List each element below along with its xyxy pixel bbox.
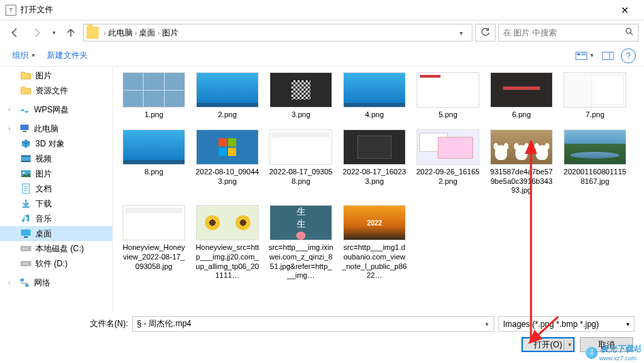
sidebar-item-folder[interactable]: 图片 — [0, 68, 112, 83]
chevron-right-icon: › — [157, 29, 160, 37]
svg-point-0 — [626, 29, 631, 33]
sidebar-item-folder[interactable]: 资源文件 — [0, 83, 112, 98]
file-item[interactable]: 6.png — [487, 69, 556, 123]
file-item[interactable]: 3.png — [267, 69, 335, 123]
chevron-down-icon: ▾ — [626, 321, 630, 328]
recent-dropdown[interactable]: ▾ — [49, 23, 59, 42]
file-item[interactable]: 2022-08-10_090443.png — [193, 127, 261, 198]
sidebar-item-network[interactable]: ›网络 — [0, 275, 112, 290]
back-button[interactable] — [5, 23, 25, 42]
forward-button[interactable] — [27, 23, 46, 42]
breadcrumb-dropdown[interactable]: ▾ — [453, 29, 469, 37]
close-button[interactable]: ✕ — [611, 0, 639, 20]
file-item[interactable]: 1.png — [120, 69, 188, 123]
file-thumbnail — [196, 129, 259, 165]
file-item[interactable]: 2022src=http___img1.doubanio.com_view_no… — [340, 202, 408, 283]
file-name-label: 1.png — [144, 110, 163, 120]
filename-dropdown[interactable]: ▾ — [480, 321, 494, 328]
file-thumbnail — [343, 72, 406, 108]
file-item[interactable]: 5.png — [414, 69, 482, 123]
file-thumbnail: 生生 — [270, 205, 332, 240]
file-item[interactable]: Honeyview_Honeyview_2022-08-17_093058.jp… — [120, 202, 188, 283]
filename-input-wrapper[interactable]: ▾ — [132, 316, 494, 332]
sidebar-item-label: WPS网盘 — [34, 104, 69, 116]
sidebar-item-3d[interactable]: 3D 对象 — [0, 136, 112, 151]
filename-label: 文件名(N): — [10, 318, 128, 330]
file-content-area: 1.png2.png3.png4.png5.png6.png7.png8.png… — [113, 67, 644, 311]
app-icon: T — [5, 5, 16, 16]
svg-rect-1 — [575, 52, 586, 59]
filetype-filter[interactable]: Images (*.png *.bmp *.jpg) ▾ — [498, 316, 634, 332]
sidebar-item-wps[interactable]: ›WPS网盘 — [0, 102, 112, 117]
file-item[interactable]: 生生src=http___img.ixinwei.com_z_qinzi_851… — [267, 202, 335, 283]
file-item[interactable]: 931587de4a7be579be5a0c3916b34393.jpg — [487, 127, 556, 198]
window-title: 打开文件 — [20, 4, 611, 16]
file-name-label: 2022-08-17_093058.png — [268, 168, 334, 187]
open-split-dropdown[interactable]: ▼ — [564, 338, 573, 351]
sidebar-item-music[interactable]: 音乐 — [0, 211, 112, 226]
search-input[interactable] — [503, 28, 625, 37]
view-options-button[interactable]: ▼ — [575, 48, 595, 64]
breadcrumb-item[interactable]: 桌面 — [139, 27, 155, 39]
file-name-label: Honeyview_src=http___img.jj20.com_up_all… — [195, 243, 260, 281]
disk-icon — [20, 243, 31, 254]
file-name-label: 2022-08-10_090443.png — [195, 168, 260, 187]
search-icon[interactable] — [625, 27, 634, 38]
file-name-label: 2022-08-17_160233.png — [342, 168, 407, 187]
sidebar-item-label: 视频 — [35, 153, 52, 165]
file-name-label: 3.png — [291, 110, 310, 120]
sidebar-item-desktop[interactable]: 桌面 — [0, 226, 112, 241]
file-item[interactable]: 7.png — [561, 69, 629, 123]
file-item[interactable]: 2022-08-17_160233.png — [340, 127, 408, 198]
file-name-label: 931587de4a7be579be5a0c3916b34393.jpg — [489, 168, 554, 195]
svg-point-25 — [28, 263, 29, 264]
breadcrumb-item[interactable]: 此电脑 — [108, 27, 133, 39]
file-thumbnail — [343, 129, 406, 165]
svg-rect-27 — [25, 284, 29, 287]
file-name-label: 2.png — [218, 110, 237, 120]
open-button[interactable]: 打开(O) ▼ — [521, 337, 575, 352]
svg-rect-9 — [22, 131, 27, 132]
file-name-label: Honeyview_Honeyview_2022-08-17_093058.jp… — [121, 243, 187, 271]
video-icon — [20, 153, 31, 164]
help-button[interactable]: ? — [621, 48, 636, 63]
file-item[interactable]: 2022-08-17_093058.png — [267, 127, 335, 198]
file-item[interactable]: 2.png — [193, 69, 261, 123]
new-folder-button[interactable]: 新建文件夹 — [43, 48, 92, 63]
breadcrumb[interactable]: › 此电脑 › 桌面 › 图片 ▾ — [83, 24, 472, 42]
refresh-button[interactable] — [475, 24, 496, 42]
downloads-icon — [20, 198, 31, 209]
sidebar-item-docs[interactable]: 文档 — [0, 181, 112, 196]
file-item[interactable]: Honeyview_src=http___img.jj20.com_up_all… — [193, 202, 261, 283]
sidebar-item-label: 资源文件 — [35, 85, 68, 97]
network-icon — [19, 277, 30, 288]
file-name-label: src=http___img1.doubanio.com_view_note_l… — [342, 243, 407, 281]
sidebar-item-video[interactable]: 视频 — [0, 151, 112, 166]
up-button[interactable] — [61, 23, 80, 42]
organize-button[interactable]: 组织 ▼ — [8, 48, 40, 63]
sidebar-item-downloads[interactable]: 下载 — [0, 196, 112, 211]
preview-pane-button[interactable] — [598, 48, 618, 64]
search-box[interactable] — [498, 24, 639, 42]
file-item[interactable]: 4.png — [340, 69, 408, 123]
file-item[interactable]: 8.png — [120, 127, 188, 198]
file-item[interactable]: 2022-09-26_161652.png — [414, 127, 482, 198]
chevron-down-icon: ▼ — [31, 52, 36, 59]
svg-rect-20 — [21, 230, 31, 236]
sidebar-item-label: 图片 — [35, 70, 52, 82]
file-thumbnail — [270, 72, 332, 108]
svg-rect-26 — [20, 279, 24, 281]
sidebar-item-label: 桌面 — [35, 228, 52, 240]
sidebar-item-pictures[interactable]: 图片 — [0, 166, 112, 181]
file-thumbnail: 2022 — [343, 205, 406, 240]
file-item[interactable]: 2020011608011158167.jpg — [561, 127, 629, 198]
breadcrumb-item[interactable]: 图片 — [162, 27, 178, 39]
sidebar-item-disk[interactable]: 本地磁盘 (C:) — [0, 241, 112, 256]
file-thumbnail — [490, 72, 553, 108]
filename-input[interactable] — [133, 319, 480, 329]
file-thumbnail — [417, 129, 479, 165]
sidebar-item-pc[interactable]: ›此电脑 — [0, 121, 112, 136]
file-name-label: 4.png — [365, 110, 384, 120]
folder-icon — [20, 85, 31, 96]
sidebar-item-disk[interactable]: 软件 (D:) — [0, 256, 112, 271]
